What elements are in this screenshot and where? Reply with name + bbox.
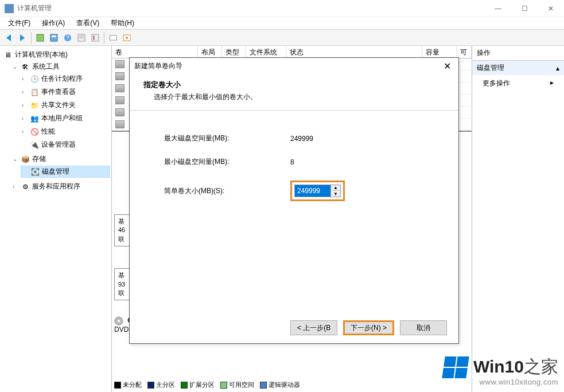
toolbar: ? (0, 30, 564, 46)
watermark-logo: Win10之家 (444, 355, 558, 379)
tree-root[interactable]: 🖥 计算机管理(本地) (2, 49, 110, 60)
svg-rect-9 (93, 36, 95, 40)
collapse-icon: ▴ (556, 64, 559, 72)
tree-label: 存储 (32, 154, 46, 164)
svg-point-14 (118, 320, 120, 322)
max-space-row: 最大磁盘空间量(MB): 249999 (164, 134, 424, 143)
tree-local-users[interactable]: ›👥本地用户和组 (21, 113, 110, 124)
expand-icon: › (22, 128, 28, 135)
computer-icon: 🖥 (3, 50, 13, 60)
tree-disk-management[interactable]: 💽磁盘管理 (21, 166, 110, 178)
swatch-icon (147, 382, 154, 389)
toolbar-btn-help[interactable]: ? (61, 32, 74, 44)
tree-label: 磁盘管理 (42, 167, 69, 177)
actions-more[interactable]: 更多操作 ▸ (472, 75, 564, 92)
toolbar-btn-6[interactable] (107, 32, 119, 44)
wizard-close-button[interactable]: ✕ (440, 61, 454, 72)
actions-more-label: 更多操作 (483, 79, 510, 88)
tree-device-manager[interactable]: 🔌设备管理器 (21, 139, 110, 150)
legend-free: 可用空间 (220, 381, 254, 389)
actions-group-label: 磁盘管理 (477, 63, 504, 73)
next-button[interactable]: 下一步(N) > (343, 320, 394, 335)
swatch-icon (260, 382, 267, 389)
legend: 未分配 主分区 扩展分区 可用空间 逻辑驱动器 (114, 379, 300, 391)
close-button[interactable]: ✕ (538, 0, 564, 17)
menu-help[interactable]: 帮助(H) (105, 17, 140, 29)
volume-icon (115, 108, 125, 116)
legend-unallocated: 未分配 (114, 381, 142, 389)
volume-icon (115, 84, 125, 92)
col-volume[interactable]: 卷 (112, 46, 198, 58)
menu-action[interactable]: 操作(A) (36, 17, 71, 29)
windows-logo-icon (442, 356, 469, 378)
col-free[interactable]: 可 (457, 46, 472, 58)
col-capacity[interactable]: 容量 (422, 46, 457, 58)
expand-icon: ⌄ (13, 64, 18, 70)
expand-icon: › (22, 89, 28, 95)
watermark-text: Win10之家 (473, 355, 558, 379)
minimize-button[interactable]: — (485, 0, 511, 17)
legend-primary: 主分区 (147, 381, 175, 389)
tree-shared-folders[interactable]: ›📁共享文件夹 (21, 100, 110, 111)
wizard-titlebar: 新建简单卷向导 ✕ (130, 58, 458, 74)
svg-text:?: ? (66, 35, 69, 41)
cdrom-icon (114, 316, 126, 326)
spinner-control: ▲ ▼ (294, 185, 341, 197)
toolbar-btn-7[interactable] (120, 32, 133, 44)
arrow-left-icon (6, 34, 11, 41)
legend-extended: 扩展分区 (181, 381, 215, 389)
nav-forward-button[interactable] (16, 32, 29, 44)
toolbar-btn-4[interactable] (75, 32, 88, 44)
wizard-subheading: 选择介于最大和最小值的卷大小。 (143, 92, 445, 102)
volume-size-row: 简单卷大小(MB)(S): ▲ ▼ (164, 181, 424, 201)
maximize-button[interactable]: ☐ (511, 0, 538, 17)
tree-task-scheduler[interactable]: ›🕒任务计划程序 (21, 73, 110, 84)
legend-logical: 逻辑驱动器 (260, 381, 300, 389)
actions-group[interactable]: 磁盘管理 ▴ (472, 61, 564, 75)
device-icon: 🔌 (30, 140, 39, 150)
swatch-icon (181, 382, 188, 389)
spinner-up-button[interactable]: ▲ (331, 185, 340, 191)
volume-icon (115, 120, 125, 128)
tree-label: 设备管理器 (41, 140, 76, 150)
cancel-button[interactable]: 取消 (400, 320, 447, 335)
toolbar-btn-2[interactable] (48, 32, 60, 44)
nav-back-button[interactable] (2, 32, 15, 44)
expand-icon: › (22, 115, 28, 121)
expand-icon: › (22, 102, 28, 108)
svg-point-12 (126, 37, 128, 39)
svg-rect-2 (52, 36, 56, 37)
tree-label: 系统工具 (32, 62, 60, 72)
toolbar-btn-5[interactable] (89, 32, 102, 44)
tree-root-label: 计算机管理(本地) (15, 50, 68, 60)
tree-system-tools[interactable]: ⌄ 🛠 系统工具 (11, 61, 110, 72)
tree-performance[interactable]: ›🚫性能 (21, 126, 110, 137)
menu-view[interactable]: 查看(V) (71, 17, 105, 29)
services-icon: ⚙ (21, 182, 30, 191)
watermark-url: www.win10xitong.com (444, 378, 558, 386)
volume-size-input[interactable] (295, 185, 330, 197)
spinner-down-button[interactable]: ▼ (331, 191, 340, 197)
tree-storage[interactable]: ⌄ 📦 存储 (11, 154, 110, 164)
tree-event-viewer[interactable]: ›📋事件查看器 (21, 87, 110, 97)
min-space-value: 8 (290, 158, 294, 166)
col-filesystem[interactable]: 文件系统 (246, 46, 286, 58)
expand-icon: ⌄ (13, 156, 18, 162)
svg-rect-0 (37, 34, 44, 41)
tree-services-apps[interactable]: › ⚙ 服务和应用程序 (11, 181, 110, 192)
volume-icon (115, 96, 125, 104)
nav-tree: 🖥 计算机管理(本地) ⌄ 🛠 系统工具 ›🕒任务计划程序 ›📋事件查看器 (0, 46, 112, 392)
toolbar-btn-1[interactable] (34, 32, 46, 44)
volume-icon (115, 72, 125, 80)
chevron-right-icon: ▸ (550, 79, 554, 88)
back-button[interactable]: < 上一步(B (290, 320, 337, 335)
actions-header: 操作 (472, 46, 564, 61)
window-title: 计算机管理 (17, 3, 52, 13)
col-type[interactable]: 类型 (222, 46, 246, 58)
wizard-header: 指定卷大小 选择介于最大和最小值的卷大小。 (130, 74, 458, 110)
col-status[interactable]: 状态 (286, 46, 422, 58)
col-layout[interactable]: 布局 (198, 46, 222, 58)
toolbar-separator (31, 32, 32, 44)
menu-file[interactable]: 文件(F) (2, 17, 36, 29)
actions-panel: 操作 磁盘管理 ▴ 更多操作 ▸ (472, 46, 564, 392)
